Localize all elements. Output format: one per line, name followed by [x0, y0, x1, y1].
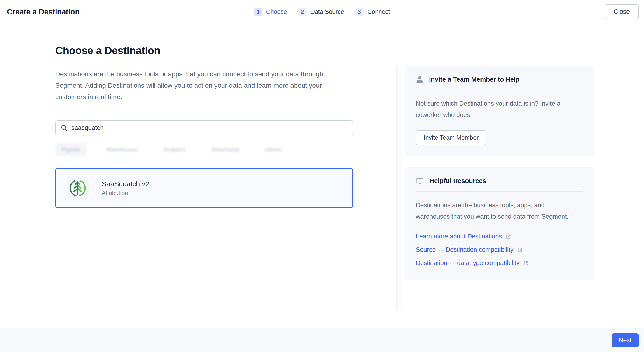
- destination-card-text: SaaSquatch v2 Attribution: [102, 180, 149, 197]
- book-icon: [416, 177, 424, 185]
- destination-category: Attribution: [102, 190, 149, 197]
- section-heading: Choose a Destination: [55, 44, 353, 57]
- step-number-badge: 3: [355, 8, 364, 16]
- page-title: Create a Destination: [7, 7, 80, 16]
- divider: [416, 90, 583, 90]
- step-connect[interactable]: 3 Connect: [355, 8, 390, 16]
- category-filter-tabs: Popular Warehouses Analytics Advertising…: [55, 143, 353, 156]
- modal-body: Choose a Destination Destinations are th…: [0, 24, 644, 328]
- step-label: Data Source: [310, 8, 344, 15]
- helpful-resources-panel: Helpful Resources Destinations are the b…: [404, 167, 594, 281]
- step-number-badge: 1: [254, 8, 262, 16]
- filter-tab-popular[interactable]: Popular: [55, 143, 87, 156]
- link-label: Destination ⇔ data type compatibility: [416, 260, 520, 267]
- stepper: 1 Choose 2 Data Source 3 Connect: [254, 0, 390, 23]
- link-label: Learn more about Destinations: [416, 233, 502, 240]
- help-sidebar: Invite a Team Member to Help Not sure wh…: [404, 66, 594, 281]
- step-label: Connect: [368, 8, 390, 15]
- panel-title: Invite a Team Member to Help: [429, 76, 520, 83]
- panel-header: Helpful Resources: [416, 177, 583, 185]
- invite-panel-body: Not sure which Destinations your data is…: [416, 98, 577, 121]
- filter-tab-advertising[interactable]: Advertising: [205, 143, 245, 156]
- link-label: Source ⇔ Destination compatibility: [416, 246, 514, 253]
- destination-card-saasquatch-v2[interactable]: SaaSquatch v2 Attribution: [55, 168, 353, 208]
- saasquatch-logo-icon: [69, 179, 86, 197]
- link-learn-more-destinations[interactable]: Learn more about Destinations: [416, 230, 512, 243]
- next-button[interactable]: Next: [612, 333, 639, 347]
- destination-chooser: Choose a Destination Destinations are th…: [55, 24, 353, 208]
- external-link-icon: [523, 260, 529, 266]
- modal-header: Create a Destination 1 Choose 2 Data Sou…: [0, 0, 644, 24]
- divider: [416, 191, 583, 192]
- invite-team-member-panel: Invite a Team Member to Help Not sure wh…: [404, 66, 594, 156]
- resources-panel-body: Destinations are the business tools, app…: [416, 200, 577, 222]
- step-number-badge: 2: [298, 8, 306, 16]
- section-description: Destinations are the business tools or a…: [55, 68, 347, 103]
- external-link-icon: [517, 247, 523, 253]
- step-choose[interactable]: 1 Choose: [254, 8, 287, 16]
- modal-footer: Next: [0, 328, 644, 352]
- destination-search-box: [55, 120, 353, 135]
- person-icon: [416, 75, 424, 83]
- filter-tab-warehouses[interactable]: Warehouses: [100, 143, 144, 156]
- link-source-destination-compatibility[interactable]: Source ⇔ Destination compatibility: [416, 243, 523, 256]
- resource-links: Learn more about Destinations Source ⇔ D…: [416, 230, 583, 270]
- search-input[interactable]: [72, 124, 348, 131]
- filter-tab-analytics[interactable]: Analytics: [157, 143, 192, 156]
- step-data-source[interactable]: 2 Data Source: [298, 8, 344, 16]
- invite-team-member-button[interactable]: Invite Team Member: [416, 130, 486, 145]
- external-link-icon: [506, 234, 512, 240]
- filter-tab-others[interactable]: Others: [258, 143, 288, 156]
- panel-header: Invite a Team Member to Help: [416, 75, 583, 83]
- search-icon: [60, 124, 68, 131]
- destination-logo-tile: [67, 177, 89, 199]
- link-destination-data-type-compatibility[interactable]: Destination ⇔ data type compatibility: [416, 256, 529, 270]
- scrollbar-track[interactable]: [396, 66, 402, 310]
- step-label: Choose: [266, 8, 287, 15]
- destination-name: SaaSquatch v2: [102, 180, 149, 188]
- close-button[interactable]: Close: [604, 4, 639, 19]
- panel-title: Helpful Resources: [430, 177, 486, 185]
